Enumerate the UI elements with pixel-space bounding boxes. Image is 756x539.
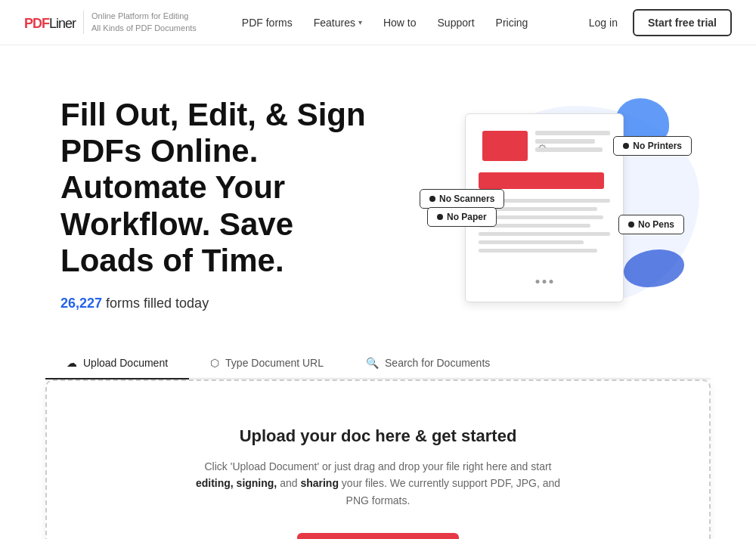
pdf-illustration: ⚙ bbox=[404, 91, 692, 318]
hero-section: Fill Out, Edit, & Sign PDFs Online. Auto… bbox=[0, 45, 756, 348]
pdf-lines-top bbox=[535, 131, 610, 156]
upload-drop-zone[interactable]: Upload your doc here & get started Click… bbox=[45, 379, 711, 539]
tab-search-label: Search for Documents bbox=[385, 357, 490, 369]
start-trial-button[interactable]: Start free trial bbox=[633, 9, 732, 36]
logo-tagline: Online Platform for Editing All Kinds of… bbox=[83, 11, 197, 34]
upload-box-title: Upload your doc here & get started bbox=[77, 426, 679, 446]
tab-search[interactable]: 🔍 Search for Documents bbox=[345, 348, 511, 379]
label-no-pens: No Pens bbox=[618, 215, 684, 234]
nav-right: Log in Start free trial bbox=[589, 9, 732, 36]
nav-pricing[interactable]: Pricing bbox=[496, 17, 528, 29]
nav-pdf-forms[interactable]: PDF forms bbox=[242, 17, 293, 29]
logo: PDFLiner Online Platform for Editing All… bbox=[24, 11, 197, 34]
search-icon: 🔍 bbox=[366, 357, 379, 369]
tab-upload-label: Upload Document bbox=[83, 357, 168, 369]
label-no-paper: No Paper bbox=[427, 207, 497, 227]
tabs: ☁ Upload Document ⬡ Type Document URL 🔍 … bbox=[45, 348, 711, 379]
nav-how-to[interactable]: How to bbox=[383, 17, 417, 29]
nav-features[interactable]: Features ▾ bbox=[314, 17, 362, 29]
tab-url-label: Type Document URL bbox=[225, 357, 324, 369]
nav-support[interactable]: Support bbox=[438, 17, 475, 29]
logo-brand: PDFLiner bbox=[24, 13, 76, 33]
hero-headline: Fill Out, Edit, & Sign PDFs Online. Auto… bbox=[60, 97, 386, 279]
label-no-printers: No Printers bbox=[613, 136, 692, 156]
upload-cloud-icon: ☁ bbox=[67, 357, 77, 369]
nav-links: PDF forms Features ▾ How to Support Pric… bbox=[242, 16, 589, 29]
hero-right: ⚙ bbox=[386, 91, 711, 318]
hero-stat: 26,227 forms filled today bbox=[60, 296, 386, 311]
hero-stat-text: forms filled today bbox=[106, 296, 209, 311]
hero-left: Fill Out, Edit, & Sign PDFs Online. Auto… bbox=[60, 97, 386, 311]
pdf-dots bbox=[536, 280, 553, 283]
login-link[interactable]: Log in bbox=[589, 17, 618, 29]
upload-section: ☁ Upload Document ⬡ Type Document URL 🔍 … bbox=[0, 348, 756, 539]
pdf-red-block bbox=[482, 131, 528, 161]
label-no-scanners: No Scanners bbox=[420, 189, 504, 209]
link-icon: ⬡ bbox=[210, 357, 219, 369]
upload-document-button[interactable]: Upload Document bbox=[297, 533, 458, 539]
tab-url[interactable]: ⬡ Type Document URL bbox=[189, 348, 345, 379]
tab-upload[interactable]: ☁ Upload Document bbox=[45, 348, 189, 379]
navbar: PDFLiner Online Platform for Editing All… bbox=[0, 0, 756, 45]
pdf-red-wide bbox=[479, 172, 604, 189]
hero-stat-number: 26,227 bbox=[60, 296, 102, 311]
chevron-down-icon: ▾ bbox=[358, 18, 362, 26]
upload-box-description: Click 'Upload Document' or just drag and… bbox=[189, 458, 567, 509]
